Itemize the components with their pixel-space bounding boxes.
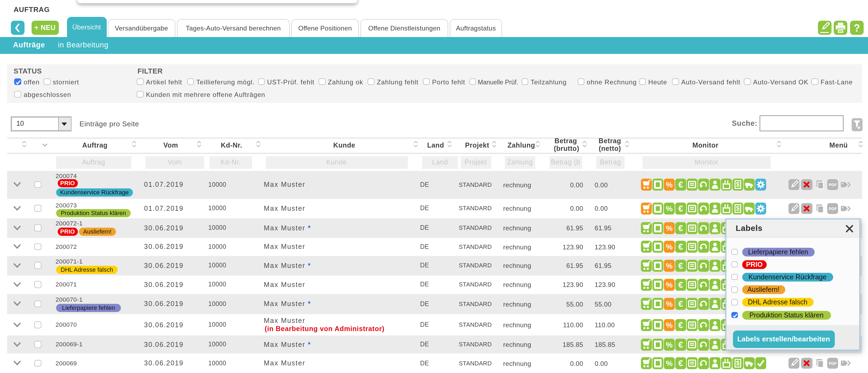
svg-text:$: $ <box>736 181 740 188</box>
svg-text:$: $ <box>736 360 740 367</box>
svg-text:€: € <box>678 180 683 189</box>
svg-text:%: % <box>666 321 673 329</box>
svg-text:?: ? <box>853 22 860 33</box>
svg-text:€: € <box>678 299 683 309</box>
svg-text:$: $ <box>736 205 740 212</box>
svg-text:€: € <box>678 320 683 330</box>
svg-text:%: % <box>666 340 673 349</box>
svg-text:%: % <box>666 224 673 232</box>
svg-text:%: % <box>666 359 673 368</box>
svg-text:€: € <box>678 340 683 349</box>
svg-text:€: € <box>678 358 683 368</box>
svg-text:€: € <box>678 260 683 270</box>
svg-text:€: € <box>678 223 683 233</box>
svg-text:€: € <box>678 280 683 289</box>
svg-text:%: % <box>666 181 673 189</box>
svg-text:%: % <box>666 243 673 251</box>
svg-text:%: % <box>666 300 673 308</box>
svg-text:PDF: PDF <box>829 183 837 187</box>
svg-text:PDF: PDF <box>829 207 837 211</box>
svg-text:%: % <box>666 281 673 289</box>
svg-text:€: € <box>678 204 683 213</box>
svg-text:%: % <box>666 205 673 213</box>
svg-text:%: % <box>666 262 673 270</box>
svg-text:PDF: PDF <box>829 361 837 366</box>
svg-text:€: € <box>678 242 683 252</box>
